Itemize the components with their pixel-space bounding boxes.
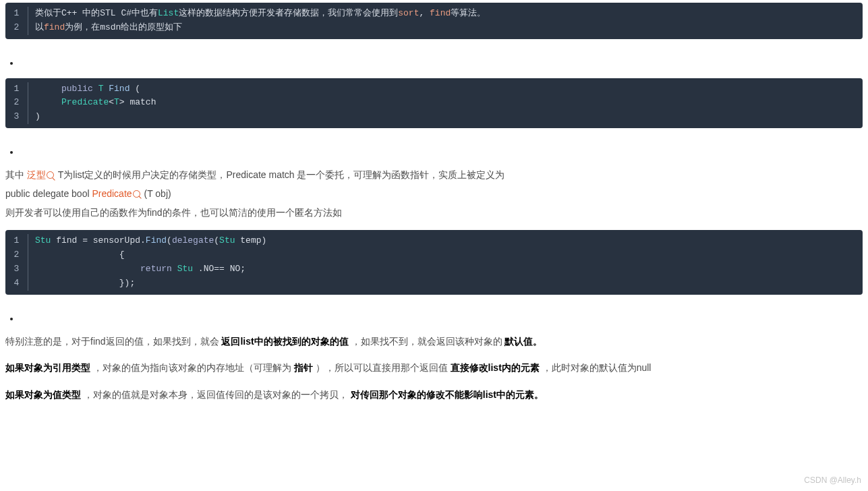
code-token: > match	[119, 97, 156, 107]
bold-text: 对传回那个对象的修改不能影响list中的元素。	[351, 389, 544, 400]
text-span: ），所以可以直接用那个返回值	[316, 362, 448, 373]
code-token: 以	[35, 22, 44, 32]
code-token: 为例，在msdn给出的原型如下	[65, 22, 182, 32]
code-token: 这样的数据结构方便开发者存储数据，我们常常会使用到	[179, 8, 398, 18]
text-span: 特别注意的是，对于find返回的值，如果找到，就会	[5, 336, 219, 347]
line-number: 3	[5, 110, 28, 124]
code-token: temp)	[235, 235, 267, 246]
code-token: Stu	[177, 264, 193, 274]
code-token: (	[129, 84, 140, 94]
code-token: T	[114, 97, 119, 107]
code-line: 3)	[5, 110, 863, 124]
code-line: 1 public T Find (	[5, 82, 863, 96]
code-token: {	[35, 250, 125, 260]
text-span: ，此时对象的默认值为null	[542, 362, 652, 373]
code-content: });	[28, 277, 863, 291]
text-span: ，对象的值就是对象本身，返回值传回的是该对象的一个拷贝，	[84, 389, 348, 400]
code-token: find	[44, 22, 65, 32]
line-number: 1	[5, 234, 28, 248]
code-token: <	[109, 97, 114, 107]
paragraph-developer: 则开发者可以使用自己的函数作为find的条件，也可以简洁的使用一个匿名方法如	[5, 205, 863, 221]
code-token: return	[140, 264, 172, 274]
code-token	[93, 84, 98, 94]
code-token: 类似于C++ 中的STL C#中也有	[35, 8, 158, 18]
code-token: Find	[109, 84, 129, 94]
code-content: public T Find (	[28, 82, 863, 96]
search-icon	[133, 190, 140, 198]
code-token	[35, 264, 140, 274]
link-generic-type[interactable]: 泛型	[27, 169, 46, 180]
line-number: 2	[5, 248, 28, 262]
code-block-3: 1Stu find = sensorUpd.Find(delegate(Stu …	[5, 230, 863, 294]
code-token: delegate	[172, 235, 214, 246]
empty-bullet-2	[20, 144, 863, 151]
paragraph-value-type: 如果对象为值类型 ，对象的值就是对象本身，返回值传回的是该对象的一个拷贝， 对传…	[5, 387, 863, 403]
code-content: return Stu .NO== NO;	[28, 262, 863, 277]
bold-text: 如果对象为值类型	[5, 389, 84, 400]
paragraph-note: 特别注意的是，对于find返回的值，如果找到，就会 返回list中的被找到的对象…	[5, 334, 863, 350]
empty-bullet-1	[20, 55, 863, 62]
code-token: (	[167, 235, 172, 246]
text-span: (T obj)	[144, 188, 171, 199]
code-content: )	[28, 110, 863, 124]
code-token	[35, 84, 61, 94]
text-span: ，如果找不到，就会返回该种对象的	[351, 336, 502, 347]
code-content: Predicate<T> match	[28, 96, 863, 110]
text-span: T为list定义的时候用户决定的存储类型，Predicate match 是一个…	[58, 169, 505, 180]
code-token: (	[214, 235, 219, 246]
code-line: 2以find为例，在msdn给出的原型如下	[5, 21, 863, 35]
code-block-1: 1类似于C++ 中的STL C#中也有List这样的数据结构方便开发者存储数据，…	[5, 3, 863, 39]
code-token: List	[158, 8, 179, 18]
line-number: 4	[5, 277, 28, 291]
code-content: 类似于C++ 中的STL C#中也有List这样的数据结构方便开发者存储数据，我…	[28, 7, 863, 21]
paragraph-generic: 其中 泛型 T为list定义的时候用户决定的存储类型，Predicate mat…	[5, 167, 863, 183]
line-number: 2	[5, 96, 28, 110]
code-token: 等算法。	[451, 8, 486, 18]
bold-text: 如果对象为引用类型	[5, 362, 90, 373]
text-span: ，对象的值为指向该对象的内存地址（可理解为	[93, 362, 291, 373]
code-block-2: 1 public T Find (2 Predicate<T> match3)	[5, 78, 863, 128]
link-predicate[interactable]: Predicate	[92, 188, 132, 199]
paragraph-reference-type: 如果对象为引用类型 ，对象的值为指向该对象的内存地址（可理解为 指针 ），所以可…	[5, 360, 863, 376]
code-token: find = sensorUpd.	[51, 235, 145, 246]
code-token: });	[35, 278, 135, 288]
bold-text: 返回list中的被找到的对象的值	[221, 336, 348, 347]
code-content: Stu find = sensorUpd.Find(delegate(Stu t…	[28, 234, 863, 248]
search-icon	[47, 171, 54, 179]
code-token: Find	[146, 235, 167, 246]
code-token	[172, 264, 177, 274]
code-token: Stu	[35, 235, 51, 246]
code-line: 2 {	[5, 248, 863, 262]
line-number: 1	[5, 7, 28, 21]
line-number: 3	[5, 262, 28, 277]
code-token	[35, 97, 61, 107]
code-token: Predicate	[61, 97, 109, 107]
code-token: find	[430, 8, 451, 18]
code-line: 3 return Stu .NO== NO;	[5, 262, 863, 277]
line-number: 1	[5, 82, 28, 96]
code-line: 1类似于C++ 中的STL C#中也有List这样的数据结构方便开发者存储数据，…	[5, 7, 863, 21]
text-span: 其中	[5, 169, 27, 180]
bold-text: 直接修改list内的元素	[451, 362, 540, 373]
bold-text: 默认值。	[504, 336, 542, 347]
code-token: sort	[398, 8, 419, 18]
code-token: ,	[419, 8, 430, 18]
line-number: 2	[5, 21, 28, 35]
code-token: )	[35, 111, 40, 121]
code-content: {	[28, 248, 863, 262]
empty-bullet-3	[20, 311, 863, 318]
code-token: public	[61, 84, 93, 94]
code-line: 1Stu find = sensorUpd.Find(delegate(Stu …	[5, 234, 863, 248]
code-line: 4 });	[5, 277, 863, 291]
text-span: 则开发者可以使用自己的函数作为find的条件，也可以简洁的使用一个匿名方法如	[5, 207, 342, 218]
paragraph-delegate: public delegate bool Predicate (T obj)	[5, 186, 863, 202]
text-span: public delegate bool	[5, 188, 92, 199]
code-token: .NO== NO;	[193, 264, 245, 274]
code-line: 2 Predicate<T> match	[5, 96, 863, 110]
code-content: 以find为例，在msdn给出的原型如下	[28, 21, 863, 35]
code-token: Stu	[219, 235, 235, 246]
bold-text: 指针	[294, 362, 313, 373]
